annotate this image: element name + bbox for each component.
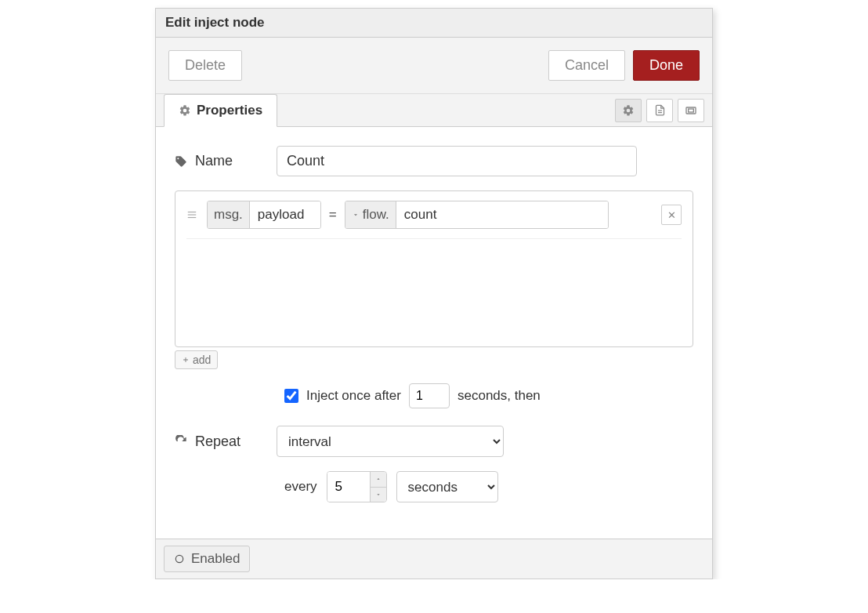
panel-title: Edit inject node [156,9,712,38]
done-button[interactable]: Done [633,50,700,81]
frame-icon [685,104,697,117]
repeat-mode-select[interactable]: interval [277,426,504,457]
gear-icon [179,104,191,117]
inject-once-label-before: Inject once after [306,388,401,404]
remove-row-button[interactable]: ✕ [661,205,682,225]
enabled-toggle-button[interactable]: Enabled [164,546,250,572]
name-label: Name [195,153,233,169]
delete-button[interactable]: Delete [168,50,242,81]
description-icon-button[interactable] [646,99,673,122]
inject-delay-input[interactable] [409,383,450,408]
add-property-button[interactable]: add [175,350,218,369]
msg-field-input[interactable] [250,201,320,228]
interval-unit-select[interactable]: seconds [396,471,498,502]
spinner-up-button[interactable] [371,472,386,487]
action-button-row: Delete Cancel Done [156,38,712,94]
repeat-icon [175,435,189,448]
tag-icon [175,155,189,168]
caret-up-icon [375,476,382,482]
equals-label: = [327,207,338,223]
repeat-row: Repeat interval [175,426,693,457]
add-button-label: add [193,354,211,366]
interval-value-input[interactable] [327,472,370,502]
every-label: every [284,479,317,495]
tabs-row: Properties [156,94,712,127]
drag-handle-icon[interactable] [186,209,201,220]
form-body: Name msg. = flow. [156,127,712,515]
svg-rect-2 [686,107,696,114]
tab-properties[interactable]: Properties [164,94,277,127]
cancel-button[interactable]: Cancel [548,50,625,81]
document-icon [654,104,666,116]
spinner-down-button[interactable] [371,487,386,502]
panel-footer: Enabled [156,539,712,579]
enabled-label: Enabled [191,551,240,567]
svg-point-7 [175,555,183,562]
chevron-down-icon [352,211,360,219]
inject-once-checkbox[interactable] [284,389,298,403]
settings-icon-button[interactable] [615,99,642,122]
tab-properties-label: Properties [197,103,262,118]
plus-icon [182,356,190,364]
caret-down-icon [375,491,382,498]
property-row: msg. = flow. ✕ [186,201,682,239]
msg-property-input[interactable]: msg. [207,201,321,229]
gear-icon [622,104,635,117]
value-type-input[interactable]: flow. [345,201,609,229]
properties-list: msg. = flow. ✕ [175,190,693,347]
flow-field-input[interactable] [396,201,608,228]
inject-once-row: Inject once after seconds, then [284,383,693,408]
name-input[interactable] [277,146,637,176]
edit-inject-panel: Edit inject node Delete Cancel Done Prop… [155,8,713,579]
repeat-label: Repeat [195,433,241,450]
close-icon: ✕ [667,209,676,221]
appearance-icon-button[interactable] [678,99,704,122]
msg-prefix: msg. [208,201,250,228]
interval-value-spinner[interactable] [327,471,387,502]
flow-prefix[interactable]: flow. [345,201,396,228]
svg-rect-3 [689,109,694,112]
name-row: Name [175,146,693,176]
circle-icon [174,553,185,564]
interval-sub-row: every seconds [284,471,693,502]
inject-once-label-after: seconds, then [458,388,541,404]
